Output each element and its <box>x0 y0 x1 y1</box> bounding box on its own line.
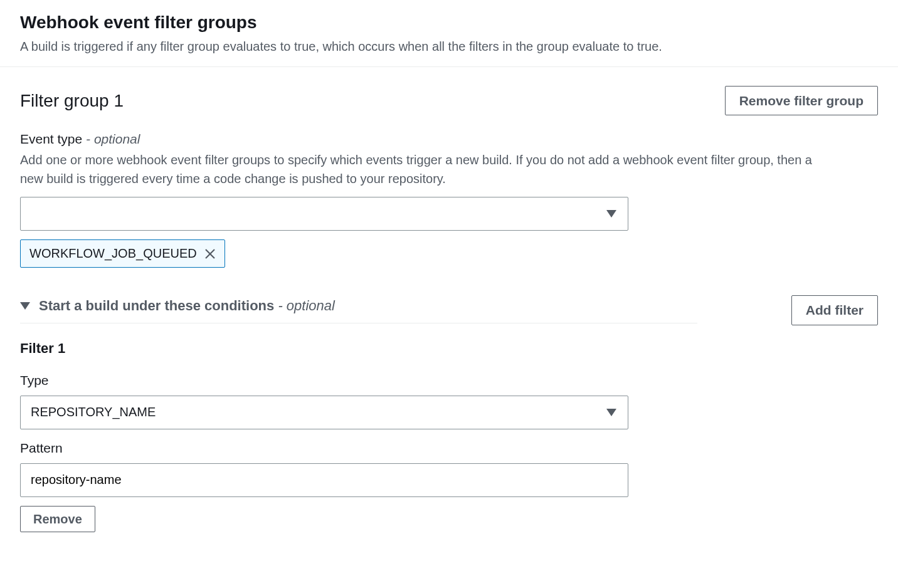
caret-down-icon <box>606 210 616 218</box>
caret-down-icon <box>20 302 30 310</box>
event-type-optional: - optional <box>86 132 140 146</box>
section-description: A build is triggered if any filter group… <box>20 38 878 55</box>
filter-group-head: Filter group 1 Remove filter group <box>20 86 878 115</box>
event-type-hint: Add one or more webhook event filter gro… <box>20 150 835 188</box>
conditions-optional: - optional <box>278 298 335 313</box>
conditions-heading: Start a build under these conditions - o… <box>39 298 335 314</box>
caret-down-icon <box>606 409 616 416</box>
filter-pattern-label: Pattern <box>20 441 878 456</box>
event-type-select[interactable] <box>20 197 628 231</box>
filter-group-title: Filter group 1 <box>20 91 124 111</box>
add-filter-button[interactable]: Add filter <box>791 295 878 325</box>
conditions-heading-text: Start a build under these conditions <box>39 298 274 313</box>
filter-group-1: Filter group 1 Remove filter group Event… <box>0 67 898 540</box>
filter-type-label: Type <box>20 373 878 388</box>
svg-marker-3 <box>20 302 30 310</box>
filter-pattern-field: Pattern <box>20 441 878 497</box>
close-icon[interactable] <box>204 248 216 260</box>
event-type-tokens: WORKFLOW_JOB_QUEUED <box>20 239 878 268</box>
filter-1-heading: Filter 1 <box>20 340 878 357</box>
event-type-token: WORKFLOW_JOB_QUEUED <box>20 239 225 268</box>
remove-filter-group-button[interactable]: Remove filter group <box>725 86 878 115</box>
svg-marker-0 <box>606 210 616 218</box>
event-type-field: Event type - optional Add one or more we… <box>20 132 878 268</box>
section-title: Webhook event filter groups <box>20 13 878 33</box>
filter-type-select-value: REPOSITORY_NAME <box>31 405 156 419</box>
remove-filter-button[interactable]: Remove <box>20 506 95 532</box>
webhook-filter-groups-panel: Webhook event filter groups A build is t… <box>0 6 898 540</box>
filter-type-field: Type REPOSITORY_NAME <box>20 373 878 429</box>
conditions-header-row: Start a build under these conditions - o… <box>20 295 878 325</box>
section-header: Webhook event filter groups A build is t… <box>0 6 898 67</box>
event-type-token-label: WORKFLOW_JOB_QUEUED <box>29 246 197 261</box>
event-type-label: Event type - optional <box>20 132 878 147</box>
event-type-label-text: Event type <box>20 132 82 146</box>
filter-pattern-input[interactable] <box>20 463 628 497</box>
filter-type-select[interactable]: REPOSITORY_NAME <box>20 396 628 429</box>
conditions-toggle[interactable]: Start a build under these conditions - o… <box>20 298 697 323</box>
svg-marker-4 <box>606 409 616 416</box>
